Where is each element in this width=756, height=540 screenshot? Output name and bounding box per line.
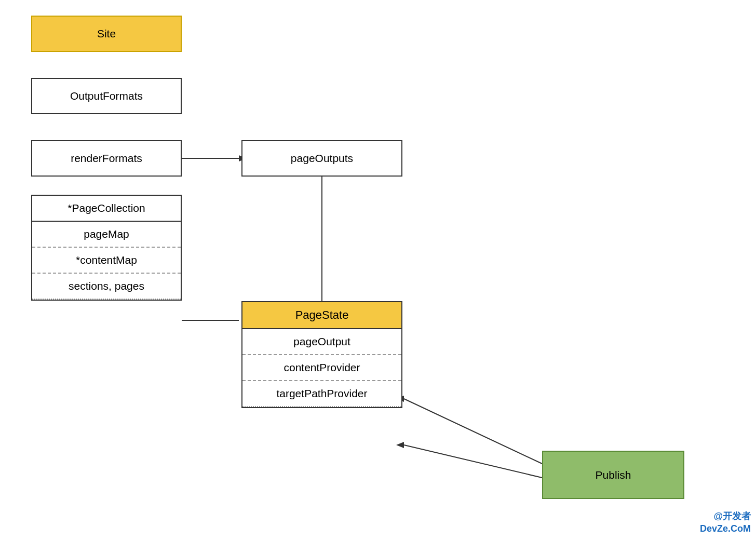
site-box: Site [31,16,182,52]
sections-pages-cell: sections, pages [32,274,181,300]
render-formats-box: renderFormats [31,140,182,177]
svg-line-4 [404,399,542,464]
output-formats-label: OutputFormats [32,84,181,109]
render-formats-label: renderFormats [32,146,181,171]
page-output-cell: pageOutput [242,329,401,355]
page-map-cell: pageMap [32,222,181,248]
page-state-box: PageState pageOutput contentProvider tar… [241,301,402,408]
page-collection-header: *PageCollection [32,196,181,222]
publish-box: Publish [542,451,684,499]
target-path-provider-cell: targetPathProvider [242,381,401,407]
diagram-container: Site OutputFormats renderFormats pageOut… [0,0,756,540]
content-map-cell: *contentMap [32,248,181,274]
page-collection-box: *PageCollection pageMap *contentMap sect… [31,195,182,301]
page-outputs-box: pageOutputs [241,140,402,177]
watermark: @开发者 DevZe.CoM [700,510,751,535]
page-state-header: PageState [242,302,401,329]
publish-label: Publish [543,463,683,488]
svg-marker-7 [396,442,404,448]
watermark-line2: DevZe.CoM [700,523,751,535]
watermark-line1: @开发者 [700,510,751,522]
site-label: Site [32,21,181,46]
output-formats-box: OutputFormats [31,78,182,114]
content-provider-cell: contentProvider [242,355,401,381]
page-outputs-label: pageOutputs [242,146,401,171]
svg-line-6 [404,445,542,478]
